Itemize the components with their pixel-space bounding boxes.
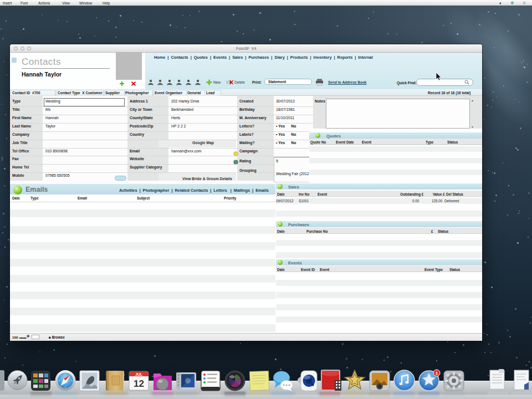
svg-text:1: 1 [436,371,438,376]
svg-text:JUL: JUL [135,372,143,376]
svg-text:12: 12 [134,378,144,389]
